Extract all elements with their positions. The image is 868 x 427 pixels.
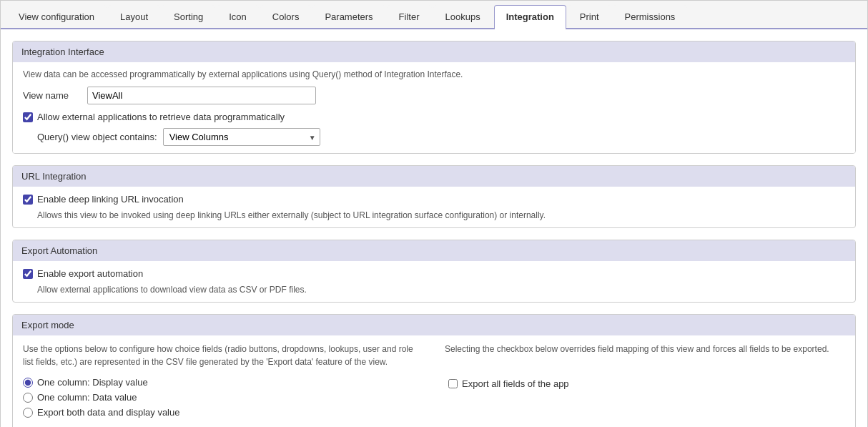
- radio-one-col-data: One column: Data value: [23, 392, 420, 403]
- enable-export-checkbox[interactable]: [23, 269, 33, 279]
- export-all-label[interactable]: Export all fields of the app: [462, 378, 569, 389]
- radio-both-values-label[interactable]: Export both data and display value: [37, 407, 179, 418]
- tab-filter[interactable]: Filter: [387, 5, 432, 28]
- tab-integration[interactable]: Integration: [494, 5, 566, 29]
- radio-both-values: Export both data and display value: [23, 407, 420, 418]
- view-name-row: View name: [23, 87, 845, 104]
- enable-export-row: Enable export automation: [23, 268, 845, 279]
- query-select[interactable]: View ColumnsAll ColumnsSelected Columns: [163, 128, 320, 146]
- export-all-row: Export all fields of the app: [448, 378, 845, 389]
- export-desc-right: Selecting the checkbox below overrides f…: [445, 343, 845, 368]
- tab-print[interactable]: Print: [568, 5, 611, 28]
- export-two-col: One column: Display value One column: Da…: [23, 377, 845, 422]
- deep-link-checkbox[interactable]: [23, 195, 33, 205]
- enable-export-label[interactable]: Enable export automation: [37, 268, 143, 279]
- allow-external-label[interactable]: Allow external applications to retrieve …: [37, 112, 285, 122]
- integration-interface-body: View data can be accessed programmatical…: [13, 62, 855, 153]
- query-label: Query() view object contains:: [37, 132, 157, 142]
- export-mode-section: Export mode Use the options below to con…: [12, 314, 856, 427]
- export-automation-header: Export Automation: [13, 240, 855, 261]
- export-check-group: Export all fields of the app: [448, 377, 845, 389]
- export-desc-left: Use the options below to configure how c…: [23, 343, 423, 368]
- app-container: View configurationLayoutSortingIconColor…: [0, 0, 868, 427]
- tab-bar: View configurationLayoutSortingIconColor…: [1, 1, 867, 29]
- deep-link-desc: Allows this view to be invoked using dee…: [37, 210, 845, 220]
- url-integration-body: Enable deep linking URL invocation Allow…: [13, 187, 855, 227]
- export-mode-title: Export mode: [21, 320, 74, 330]
- tab-permissions[interactable]: Permissions: [613, 5, 688, 28]
- export-all-checkbox[interactable]: [448, 379, 458, 388]
- export-top-row: Use the options below to configure how c…: [23, 343, 845, 368]
- tab-icon[interactable]: Icon: [217, 5, 259, 28]
- export-automation-title: Export Automation: [21, 245, 97, 256]
- integration-interface-title: Integration Interface: [21, 46, 104, 57]
- tab-view-configuration[interactable]: View configuration: [6, 5, 107, 28]
- tab-parameters[interactable]: Parameters: [312, 5, 385, 28]
- radio-one-col-display-label[interactable]: One column: Display value: [37, 377, 148, 388]
- deep-link-row: Enable deep linking URL invocation: [23, 194, 845, 205]
- tab-colors[interactable]: Colors: [260, 5, 312, 28]
- view-name-label: View name: [23, 90, 87, 101]
- radio-one-col-data-input[interactable]: [23, 393, 33, 403]
- integration-interface-section: Integration Interface View data can be a…: [12, 41, 856, 154]
- integration-interface-header: Integration Interface: [13, 41, 855, 62]
- query-select-wrapper: View ColumnsAll ColumnsSelected Columns …: [163, 128, 320, 146]
- url-integration-title: URL Integration: [21, 171, 87, 182]
- export-mode-header: Export mode: [13, 315, 855, 335]
- view-name-input[interactable]: [87, 87, 316, 104]
- query-row: Query() view object contains: View Colum…: [37, 128, 845, 146]
- url-integration-section: URL Integration Enable deep linking URL …: [12, 165, 856, 228]
- main-content: Integration Interface View data can be a…: [1, 29, 867, 427]
- deep-link-label[interactable]: Enable deep linking URL invocation: [37, 194, 184, 205]
- export-mode-body: Use the options below to configure how c…: [13, 335, 855, 427]
- allow-external-checkbox[interactable]: [23, 112, 33, 122]
- export-automation-desc: Allow external applications to download …: [37, 285, 845, 295]
- radio-both-values-input[interactable]: [23, 408, 33, 418]
- export-automation-section: Export Automation Enable export automati…: [12, 240, 856, 303]
- tab-sorting[interactable]: Sorting: [162, 5, 215, 28]
- tab-lookups[interactable]: Lookups: [433, 5, 493, 28]
- export-automation-body: Enable export automation Allow external …: [13, 261, 855, 302]
- radio-group: One column: Display value One column: Da…: [23, 377, 420, 422]
- url-integration-header: URL Integration: [13, 166, 855, 187]
- radio-one-col-data-label[interactable]: One column: Data value: [37, 392, 137, 403]
- radio-one-col-display: One column: Display value: [23, 377, 420, 388]
- allow-external-row: Allow external applications to retrieve …: [23, 112, 845, 122]
- radio-one-col-display-input[interactable]: [23, 378, 33, 388]
- integration-interface-desc: View data can be accessed programmatical…: [23, 69, 845, 79]
- tab-layout[interactable]: Layout: [108, 5, 160, 28]
